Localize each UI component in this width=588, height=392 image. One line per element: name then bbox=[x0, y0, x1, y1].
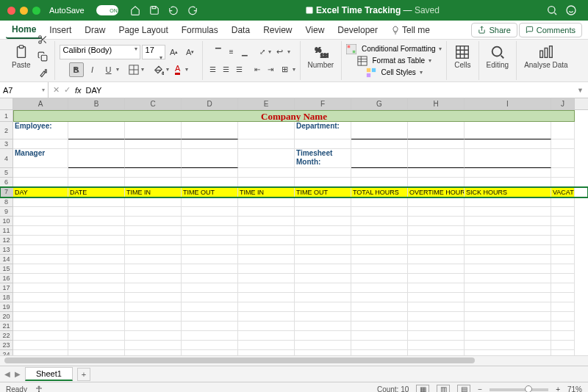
cell[interactable] bbox=[238, 217, 295, 226]
cell[interactable] bbox=[551, 302, 575, 312]
cells-button[interactable]: Cells bbox=[451, 43, 473, 70]
tab-developer[interactable]: Developer bbox=[331, 22, 384, 38]
cell[interactable] bbox=[68, 283, 125, 293]
cell[interactable] bbox=[465, 226, 551, 236]
row-23[interactable]: 23 bbox=[0, 341, 588, 350]
col-H[interactable]: H bbox=[408, 98, 465, 109]
cell[interactable] bbox=[295, 312, 351, 322]
cell[interactable] bbox=[182, 331, 238, 341]
row-19[interactable]: 19 bbox=[0, 302, 588, 312]
cell[interactable] bbox=[13, 331, 68, 341]
row-7[interactable]: 7DAYDATETIME INTIME OUTTIME INTIME OUTTO… bbox=[0, 187, 588, 197]
row-header[interactable]: 20 bbox=[0, 312, 13, 322]
cell[interactable]: TimesheetMonth: bbox=[295, 149, 351, 168]
cell[interactable] bbox=[465, 341, 551, 350]
cell[interactable] bbox=[351, 322, 408, 331]
sheet-tab-1[interactable]: Sheet1 bbox=[25, 367, 73, 381]
borders-button[interactable] bbox=[126, 62, 141, 77]
decrease-indent-icon[interactable]: ⇤ bbox=[251, 64, 263, 76]
row-header[interactable]: 11 bbox=[0, 226, 13, 236]
cell[interactable] bbox=[182, 302, 238, 312]
redo-icon[interactable] bbox=[187, 4, 198, 16]
cell[interactable] bbox=[125, 283, 182, 293]
row-header[interactable]: 7 bbox=[0, 187, 13, 197]
col-C[interactable]: C bbox=[125, 98, 182, 109]
cell[interactable] bbox=[351, 226, 408, 236]
cell[interactable] bbox=[68, 217, 125, 226]
cell[interactable] bbox=[182, 350, 238, 355]
cell[interactable] bbox=[551, 226, 575, 236]
cell[interactable] bbox=[465, 139, 551, 149]
row-14[interactable]: 14 bbox=[0, 255, 588, 264]
close-window[interactable] bbox=[7, 7, 15, 15]
cell[interactable] bbox=[408, 322, 465, 331]
cell[interactable] bbox=[465, 197, 551, 207]
row-header[interactable]: 3 bbox=[0, 139, 13, 149]
align-top-icon[interactable]: ▔ bbox=[212, 46, 224, 58]
cell[interactable] bbox=[68, 207, 125, 217]
cell[interactable] bbox=[68, 331, 125, 341]
cell[interactable] bbox=[238, 236, 295, 245]
cell[interactable] bbox=[13, 312, 68, 322]
cell[interactable] bbox=[408, 207, 465, 217]
row-header[interactable]: 5 bbox=[0, 168, 13, 178]
cell[interactable] bbox=[465, 168, 551, 178]
cell[interactable] bbox=[295, 178, 351, 187]
row-12[interactable]: 12 bbox=[0, 236, 588, 245]
cell[interactable]: TIME IN bbox=[125, 187, 182, 197]
cell-styles-button[interactable]: Cell Styles ▾ bbox=[366, 68, 423, 78]
fill-color-button[interactable] bbox=[151, 62, 166, 77]
bold-button[interactable]: B↖ bbox=[69, 62, 84, 77]
undo-icon[interactable] bbox=[168, 4, 179, 16]
cell[interactable] bbox=[125, 236, 182, 245]
col-I[interactable]: I bbox=[465, 98, 551, 109]
italic-button[interactable]: I bbox=[85, 62, 100, 77]
row-4[interactable]: 4ManagerTimesheetMonth: bbox=[0, 149, 588, 168]
cell[interactable] bbox=[182, 293, 238, 302]
accessibility-icon[interactable] bbox=[35, 385, 43, 393]
cell[interactable] bbox=[351, 341, 408, 350]
cell[interactable] bbox=[408, 274, 465, 283]
cell[interactable] bbox=[408, 168, 465, 178]
cell[interactable] bbox=[408, 178, 465, 187]
cell[interactable] bbox=[351, 139, 408, 149]
col-E[interactable]: E bbox=[238, 98, 295, 109]
cell[interactable] bbox=[295, 217, 351, 226]
cell[interactable] bbox=[13, 178, 68, 187]
enter-formula-icon[interactable]: ✓ bbox=[64, 85, 71, 95]
cell[interactable] bbox=[238, 139, 295, 149]
row-header[interactable]: 6 bbox=[0, 178, 13, 187]
row-header[interactable]: 21 bbox=[0, 322, 13, 331]
cell[interactable] bbox=[295, 255, 351, 264]
cell[interactable]: OVERTIME HOURS bbox=[408, 187, 465, 197]
cell[interactable] bbox=[551, 274, 575, 283]
row-header[interactable]: 17 bbox=[0, 283, 13, 293]
cell[interactable] bbox=[68, 168, 125, 178]
cell[interactable] bbox=[238, 274, 295, 283]
underline-button[interactable]: U bbox=[101, 62, 116, 77]
cell[interactable] bbox=[125, 139, 182, 149]
cell[interactable] bbox=[351, 122, 408, 139]
align-right-icon[interactable]: ☰ bbox=[234, 64, 245, 76]
cell[interactable] bbox=[125, 207, 182, 217]
cell[interactable] bbox=[125, 302, 182, 312]
cell[interactable]: DAY bbox=[13, 187, 68, 197]
cell[interactable] bbox=[351, 312, 408, 322]
col-J[interactable]: J bbox=[551, 98, 575, 109]
cell[interactable] bbox=[551, 331, 575, 341]
cell[interactable] bbox=[551, 139, 575, 149]
copy-icon[interactable] bbox=[35, 49, 50, 64]
cell[interactable] bbox=[408, 283, 465, 293]
cell[interactable] bbox=[465, 302, 551, 312]
tab-nav-next-icon[interactable]: ▶ bbox=[15, 370, 21, 378]
row-header[interactable]: 14 bbox=[0, 255, 13, 264]
cell[interactable] bbox=[13, 341, 68, 350]
col-G[interactable]: G bbox=[351, 98, 408, 109]
grid-body[interactable]: 1Company Name2Employee:Department:34Mana… bbox=[0, 110, 588, 355]
autosave-toggle[interactable]: ON bbox=[96, 5, 118, 15]
company-name-cell[interactable]: Company Name bbox=[13, 110, 575, 122]
cell[interactable] bbox=[125, 178, 182, 187]
row-header[interactable]: 19 bbox=[0, 302, 13, 312]
zoom-window[interactable] bbox=[32, 7, 40, 15]
cell[interactable] bbox=[295, 302, 351, 312]
